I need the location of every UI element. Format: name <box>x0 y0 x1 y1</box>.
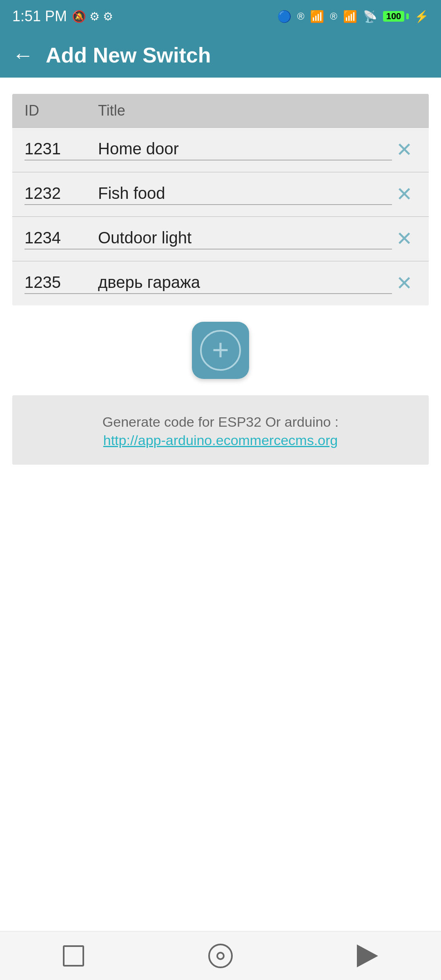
table-row: 1234 Outdoor light ✕ <box>12 216 429 261</box>
nav-bar <box>0 931 441 980</box>
app-bar: ← Add New Switch <box>0 33 441 78</box>
signal-icon-2: 📶 <box>343 10 357 23</box>
circle-inner-icon <box>216 952 225 960</box>
row-title-3: дверь гаража <box>98 273 392 294</box>
back-button[interactable]: ← <box>12 45 33 66</box>
app-bar-title: Add New Switch <box>46 43 211 67</box>
row-title-2: Outdoor light <box>98 229 392 249</box>
settings-icon-2: ⚙ <box>103 10 113 23</box>
status-time: 1:51 PM <box>12 8 67 25</box>
nav-back-button[interactable] <box>351 940 384 972</box>
delete-button-2[interactable]: ✕ <box>392 227 416 251</box>
bluetooth-icon: 🔵 <box>277 10 292 23</box>
code-gen-text: Generate code for ESP32 Or arduino : <box>24 412 416 432</box>
code-gen-box: Generate code for ESP32 Or arduino : htt… <box>12 395 429 465</box>
table-header: ID Title <box>12 94 429 127</box>
status-bar-right: 🔵 ® 📶 ® 📶 📡 100 ⚡ <box>277 10 429 23</box>
battery-level: 100 <box>386 11 401 22</box>
header-id: ID <box>24 102 98 119</box>
status-bar-left: 1:51 PM 🔕 ⚙ ⚙ <box>12 8 113 25</box>
row-id-2: 1234 <box>24 229 98 249</box>
battery-tip <box>406 13 409 19</box>
close-icon-1: ✕ <box>396 185 412 204</box>
delete-button-3[interactable]: ✕ <box>392 271 416 296</box>
nav-circle-button[interactable] <box>204 940 237 972</box>
table-row: 1235 дверь гаража ✕ <box>12 261 429 305</box>
nav-home-button[interactable] <box>57 940 90 972</box>
status-bar: 1:51 PM 🔕 ⚙ ⚙ 🔵 ® 📶 ® 📶 📡 100 ⚡ <box>0 0 441 33</box>
registered-icon-1: ® <box>297 11 305 22</box>
row-id-3: 1235 <box>24 273 98 294</box>
close-icon-3: ✕ <box>396 274 412 293</box>
table-row: 1232 Fish food ✕ <box>12 172 429 216</box>
row-title-0: Home door <box>98 140 392 160</box>
plus-circle: + <box>200 330 241 371</box>
plus-icon: + <box>212 335 229 364</box>
triangle-icon <box>357 944 378 967</box>
table-row: 1231 Home door ✕ <box>12 127 429 172</box>
square-icon <box>63 945 84 967</box>
battery-icon: 100 <box>383 11 409 22</box>
row-id-1: 1232 <box>24 184 98 205</box>
circle-icon <box>208 944 233 968</box>
header-title: Title <box>98 102 416 119</box>
mute-icon: 🔕 <box>72 10 86 23</box>
close-icon-0: ✕ <box>396 140 412 160</box>
add-switch-button[interactable]: + <box>192 322 249 379</box>
code-gen-link[interactable]: http://app-arduino.ecommercecms.org <box>103 432 338 448</box>
wifi-icon: 📡 <box>363 10 377 23</box>
registered-icon-2: ® <box>330 11 337 22</box>
status-icons: 🔕 ⚙ ⚙ <box>72 10 113 23</box>
row-title-1: Fish food <box>98 184 392 205</box>
battery-body: 100 <box>383 11 404 22</box>
delete-button-0[interactable]: ✕ <box>392 138 416 162</box>
main-content: ID Title 1231 Home door ✕ 1232 Fish food… <box>0 78 441 481</box>
charging-icon: ⚡ <box>414 10 429 23</box>
signal-icon-1: 📶 <box>310 10 324 23</box>
close-icon-2: ✕ <box>396 229 412 249</box>
switch-table: ID Title 1231 Home door ✕ 1232 Fish food… <box>12 94 429 305</box>
delete-button-1[interactable]: ✕ <box>392 182 416 207</box>
row-id-0: 1231 <box>24 140 98 160</box>
settings-icon-1: ⚙ <box>89 10 100 23</box>
